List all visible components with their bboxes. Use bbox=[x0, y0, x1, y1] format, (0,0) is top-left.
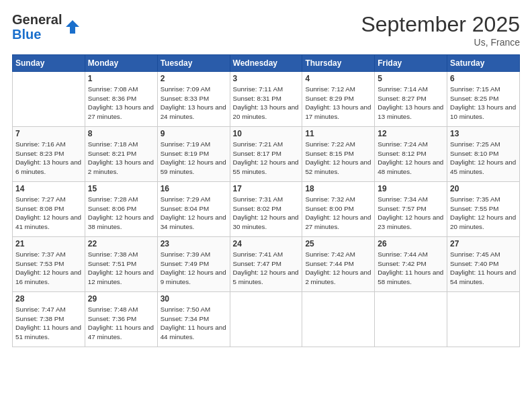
calendar-cell: 26Sunrise: 7:44 AM Sunset: 7:42 PM Dayli… bbox=[375, 237, 447, 292]
calendar-cell: 27Sunrise: 7:45 AM Sunset: 7:40 PM Dayli… bbox=[447, 237, 520, 292]
calendar-cell bbox=[13, 72, 85, 127]
day-info: Sunrise: 7:09 AM Sunset: 8:33 PM Dayligh… bbox=[161, 85, 227, 122]
calendar-cell: 25Sunrise: 7:42 AM Sunset: 7:44 PM Dayli… bbox=[302, 237, 375, 292]
calendar-cell: 5Sunrise: 7:14 AM Sunset: 8:27 PM Daylig… bbox=[375, 72, 447, 127]
weekday-header-saturday: Saturday bbox=[447, 55, 520, 72]
day-info: Sunrise: 7:28 AM Sunset: 8:06 PM Dayligh… bbox=[88, 195, 154, 232]
calendar-cell: 14Sunrise: 7:27 AM Sunset: 8:08 PM Dayli… bbox=[13, 182, 85, 237]
weekday-header-thursday: Thursday bbox=[302, 55, 375, 72]
month-title: September 2025 bbox=[361, 12, 520, 37]
day-number: 6 bbox=[450, 74, 517, 83]
day-number: 26 bbox=[378, 239, 444, 248]
day-info: Sunrise: 7:27 AM Sunset: 8:08 PM Dayligh… bbox=[15, 195, 82, 232]
day-info: Sunrise: 7:21 AM Sunset: 8:17 PM Dayligh… bbox=[233, 140, 300, 177]
calendar-week-row: 28Sunrise: 7:47 AM Sunset: 7:38 PM Dayli… bbox=[13, 292, 520, 347]
calendar-cell: 10Sunrise: 7:21 AM Sunset: 8:17 PM Dayli… bbox=[230, 127, 302, 182]
day-number: 28 bbox=[15, 294, 82, 304]
calendar-cell: 6Sunrise: 7:15 AM Sunset: 8:25 PM Daylig… bbox=[447, 72, 520, 127]
calendar-cell: 24Sunrise: 7:41 AM Sunset: 7:47 PM Dayli… bbox=[230, 237, 302, 292]
day-number: 14 bbox=[15, 184, 82, 193]
calendar-cell: 28Sunrise: 7:47 AM Sunset: 7:38 PM Dayli… bbox=[13, 292, 85, 347]
day-number: 10 bbox=[233, 129, 300, 138]
calendar-cell: 22Sunrise: 7:38 AM Sunset: 7:51 PM Dayli… bbox=[85, 237, 157, 292]
calendar-week-row: 7Sunrise: 7:16 AM Sunset: 8:23 PM Daylig… bbox=[13, 127, 520, 182]
day-number: 3 bbox=[233, 74, 300, 83]
calendar-cell: 23Sunrise: 7:39 AM Sunset: 7:49 PM Dayli… bbox=[157, 237, 230, 292]
day-number: 9 bbox=[161, 129, 227, 138]
day-info: Sunrise: 7:50 AM Sunset: 7:34 PM Dayligh… bbox=[161, 305, 227, 342]
day-info: Sunrise: 7:12 AM Sunset: 8:29 PM Dayligh… bbox=[305, 85, 371, 122]
day-info: Sunrise: 7:19 AM Sunset: 8:19 PM Dayligh… bbox=[161, 140, 227, 177]
calendar-cell: 21Sunrise: 7:37 AM Sunset: 7:53 PM Dayli… bbox=[13, 237, 85, 292]
day-info: Sunrise: 7:31 AM Sunset: 8:02 PM Dayligh… bbox=[233, 195, 300, 232]
calendar-cell: 2Sunrise: 7:09 AM Sunset: 8:33 PM Daylig… bbox=[157, 72, 230, 127]
day-number: 18 bbox=[305, 184, 371, 193]
day-info: Sunrise: 7:38 AM Sunset: 7:51 PM Dayligh… bbox=[88, 250, 154, 287]
day-number: 4 bbox=[305, 74, 371, 83]
day-info: Sunrise: 7:45 AM Sunset: 7:40 PM Dayligh… bbox=[450, 250, 517, 287]
weekday-header-row: SundayMondayTuesdayWednesdayThursdayFrid… bbox=[13, 55, 520, 72]
calendar-cell: 30Sunrise: 7:50 AM Sunset: 7:34 PM Dayli… bbox=[157, 292, 230, 347]
calendar-week-row: 14Sunrise: 7:27 AM Sunset: 8:08 PM Dayli… bbox=[13, 182, 520, 237]
calendar-cell: 3Sunrise: 7:11 AM Sunset: 8:31 PM Daylig… bbox=[230, 72, 302, 127]
day-number: 11 bbox=[305, 129, 371, 138]
calendar-cell: 29Sunrise: 7:48 AM Sunset: 7:36 PM Dayli… bbox=[85, 292, 157, 347]
logo-icon bbox=[63, 17, 82, 36]
day-number: 1 bbox=[88, 74, 154, 83]
calendar-week-row: 1Sunrise: 7:08 AM Sunset: 8:36 PM Daylig… bbox=[13, 72, 520, 127]
calendar-cell: 16Sunrise: 7:29 AM Sunset: 8:04 PM Dayli… bbox=[157, 182, 230, 237]
calendar-table: SundayMondayTuesdayWednesdayThursdayFrid… bbox=[12, 54, 520, 347]
day-number: 22 bbox=[88, 239, 154, 248]
calendar-cell: 13Sunrise: 7:25 AM Sunset: 8:10 PM Dayli… bbox=[447, 127, 520, 182]
calendar-cell: 17Sunrise: 7:31 AM Sunset: 8:02 PM Dayli… bbox=[230, 182, 302, 237]
day-number: 21 bbox=[15, 239, 82, 248]
day-number: 20 bbox=[450, 184, 517, 193]
calendar-cell: 20Sunrise: 7:35 AM Sunset: 7:55 PM Dayli… bbox=[447, 182, 520, 237]
day-info: Sunrise: 7:41 AM Sunset: 7:47 PM Dayligh… bbox=[233, 250, 300, 287]
day-number: 27 bbox=[450, 239, 517, 248]
calendar-cell bbox=[375, 292, 447, 347]
weekday-header-wednesday: Wednesday bbox=[230, 55, 302, 72]
calendar-cell bbox=[447, 292, 520, 347]
calendar-cell: 15Sunrise: 7:28 AM Sunset: 8:06 PM Dayli… bbox=[85, 182, 157, 237]
day-info: Sunrise: 7:14 AM Sunset: 8:27 PM Dayligh… bbox=[378, 85, 444, 122]
day-number: 25 bbox=[305, 239, 371, 248]
day-info: Sunrise: 7:18 AM Sunset: 8:21 PM Dayligh… bbox=[88, 140, 154, 177]
calendar-cell bbox=[302, 292, 375, 347]
calendar-cell: 7Sunrise: 7:16 AM Sunset: 8:23 PM Daylig… bbox=[13, 127, 85, 182]
day-number: 17 bbox=[233, 184, 300, 193]
weekday-header-monday: Monday bbox=[85, 55, 157, 72]
day-info: Sunrise: 7:32 AM Sunset: 8:00 PM Dayligh… bbox=[305, 195, 371, 232]
day-number: 8 bbox=[88, 129, 154, 138]
day-info: Sunrise: 7:11 AM Sunset: 8:31 PM Dayligh… bbox=[233, 85, 300, 122]
day-number: 2 bbox=[161, 74, 227, 83]
day-info: Sunrise: 7:25 AM Sunset: 8:10 PM Dayligh… bbox=[450, 140, 517, 177]
day-number: 5 bbox=[378, 74, 444, 83]
calendar-cell: 19Sunrise: 7:34 AM Sunset: 7:57 PM Dayli… bbox=[375, 182, 447, 237]
day-number: 30 bbox=[161, 294, 227, 304]
calendar-cell: 4Sunrise: 7:12 AM Sunset: 8:29 PM Daylig… bbox=[302, 72, 375, 127]
calendar-week-row: 21Sunrise: 7:37 AM Sunset: 7:53 PM Dayli… bbox=[13, 237, 520, 292]
day-number: 24 bbox=[233, 239, 300, 248]
day-info: Sunrise: 7:44 AM Sunset: 7:42 PM Dayligh… bbox=[378, 250, 444, 287]
day-info: Sunrise: 7:16 AM Sunset: 8:23 PM Dayligh… bbox=[15, 140, 82, 177]
day-info: Sunrise: 7:22 AM Sunset: 8:15 PM Dayligh… bbox=[305, 140, 371, 177]
day-number: 7 bbox=[15, 129, 82, 138]
day-info: Sunrise: 7:37 AM Sunset: 7:53 PM Dayligh… bbox=[15, 250, 82, 287]
day-info: Sunrise: 7:24 AM Sunset: 8:12 PM Dayligh… bbox=[378, 140, 444, 177]
day-info: Sunrise: 7:47 AM Sunset: 7:38 PM Dayligh… bbox=[15, 305, 82, 342]
day-info: Sunrise: 7:08 AM Sunset: 8:36 PM Dayligh… bbox=[88, 85, 154, 122]
day-info: Sunrise: 7:39 AM Sunset: 7:49 PM Dayligh… bbox=[161, 250, 227, 287]
day-number: 23 bbox=[161, 239, 227, 248]
day-info: Sunrise: 7:48 AM Sunset: 7:36 PM Dayligh… bbox=[88, 305, 154, 342]
day-number: 19 bbox=[378, 184, 444, 193]
day-info: Sunrise: 7:35 AM Sunset: 7:55 PM Dayligh… bbox=[450, 195, 517, 232]
day-number: 16 bbox=[161, 184, 227, 193]
weekday-header-tuesday: Tuesday bbox=[157, 55, 230, 72]
day-info: Sunrise: 7:42 AM Sunset: 7:44 PM Dayligh… bbox=[305, 250, 371, 287]
calendar-cell: 12Sunrise: 7:24 AM Sunset: 8:12 PM Dayli… bbox=[375, 127, 447, 182]
calendar-cell: 18Sunrise: 7:32 AM Sunset: 8:00 PM Dayli… bbox=[302, 182, 375, 237]
day-info: Sunrise: 7:29 AM Sunset: 8:04 PM Dayligh… bbox=[161, 195, 227, 232]
day-number: 15 bbox=[88, 184, 154, 193]
logo: General Blue bbox=[12, 12, 82, 42]
